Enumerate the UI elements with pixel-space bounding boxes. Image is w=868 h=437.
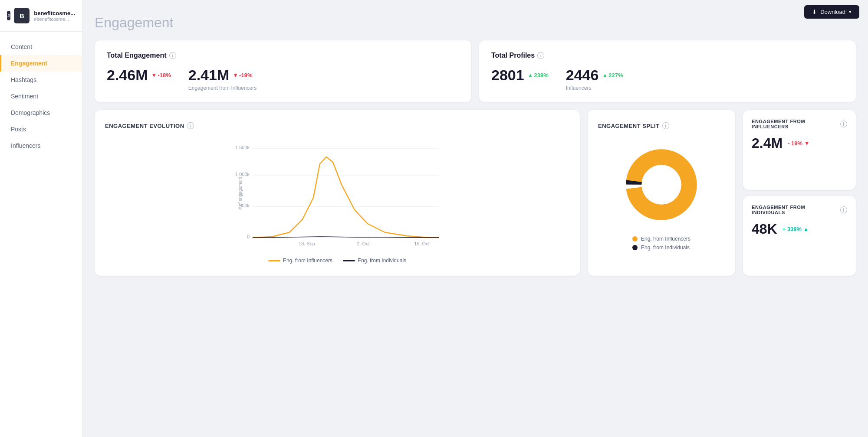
evolution-legend: Eng. from Influencers Eng. from Individu…: [105, 258, 569, 264]
sidebar-item-posts[interactable]: Posts: [0, 121, 82, 137]
brand-info: benefitcosme... #benefitcosme...: [34, 10, 75, 22]
sidebar-item-engagement[interactable]: Engagement: [0, 55, 82, 72]
side-individuals-info-icon[interactable]: i: [840, 206, 847, 213]
svg-text:# of engagement: # of engagement: [238, 177, 243, 210]
total-profiles-card: Total Profiles i 2801 ▲ 239% 2446: [479, 40, 856, 102]
sidebar: # B benefitcosme... #benefitcosme... Con…: [0, 0, 82, 437]
profiles-value-1: 2801 ▲ 239%: [491, 67, 549, 83]
avatar: B: [14, 8, 30, 23]
evolution-info-icon[interactable]: i: [187, 122, 194, 129]
svg-text:18. Sep: 18. Sep: [299, 241, 315, 246]
donut-chart-container: Eng. from Influencers Eng. from Individu…: [598, 137, 725, 255]
svg-text:1 000k: 1 000k: [235, 172, 250, 177]
sidebar-header: # B benefitcosme... #benefitcosme...: [0, 0, 82, 32]
engagement-split-card: ENGAGEMENT SPLIT i Eng. from Influence: [588, 110, 735, 276]
svg-text:1 500k: 1 500k: [235, 145, 250, 150]
side-card-individuals-title: ENGAGEMENT FROM INDIVIDUALS i: [752, 205, 847, 215]
profiles-big-1: 2801 ▲ 239%: [491, 67, 549, 83]
engagement-change-1: ▼ -18%: [151, 72, 171, 78]
total-engagement-title: Total Engagement i: [107, 52, 459, 59]
engagement-value-1: 2.46M ▼ -18%: [107, 67, 171, 83]
total-engagement-card: Total Engagement i 2.46M ▼ -18% 2.41M: [95, 40, 471, 102]
metric-cards-row: Total Engagement i 2.46M ▼ -18% 2.41M: [95, 40, 856, 102]
total-profiles-info-icon[interactable]: i: [537, 52, 544, 59]
engagement-evolution-card: ENGAGEMENT EVOLUTION i 1 500k 1 000k 500…: [95, 110, 580, 276]
main-content: ⬇ Download ▾ Engagement Total Engagement…: [82, 0, 868, 437]
engagement-big-2: 2.41M ▼ -19%: [188, 67, 256, 83]
engagement-evolution-title: ENGAGEMENT EVOLUTION i: [105, 122, 569, 129]
engagement-change-2: ▼ -19%: [233, 72, 252, 78]
side-influencers-info-icon[interactable]: i: [840, 121, 847, 127]
side-card-influencers-title: ENGAGEMENT FROM INFLUENCERS i: [752, 119, 847, 129]
profiles-value-2: 2446 ▲ 227% Influencers: [566, 67, 623, 91]
sidebar-item-demographics[interactable]: Demographics: [0, 104, 82, 121]
total-profiles-values: 2801 ▲ 239% 2446 ▲ 227% Influencers: [491, 67, 844, 91]
profiles-big-2: 2446 ▲ 227%: [566, 67, 623, 83]
engagement-sub-2: Engagement from Influencers: [188, 85, 256, 91]
sidebar-item-content[interactable]: Content: [0, 39, 82, 55]
legend-influencers: Eng. from Influencers: [268, 258, 332, 264]
profiles-sub-2: Influencers: [566, 85, 623, 91]
engagement-evolution-chart: 1 500k 1 000k 500k 0 # of engagement: [105, 137, 569, 264]
profiles-change-1: ▲ 239%: [528, 72, 549, 78]
svg-text:0: 0: [247, 234, 250, 239]
top-bar: ⬇ Download ▾: [796, 0, 868, 24]
total-engagement-info-icon[interactable]: i: [169, 52, 176, 59]
brand-name: benefitcosme...: [34, 10, 75, 16]
download-label: Download: [820, 9, 845, 15]
engagement-big-1: 2.46M ▼ -18%: [107, 67, 171, 83]
side-card-individuals-value: 48K + 338% ▲: [752, 221, 847, 237]
charts-row: ENGAGEMENT EVOLUTION i 1 500k 1 000k 500…: [95, 110, 856, 276]
side-individuals-change: + 338% ▲: [783, 226, 809, 232]
download-icon: ⬇: [812, 9, 817, 15]
engagement-split-title: ENGAGEMENT SPLIT i: [598, 122, 725, 129]
side-card-influencers-value: 2.4M - 19% ▼: [752, 135, 847, 151]
legend-influencers-dot: [268, 260, 280, 261]
svg-text:2. Oct: 2. Oct: [357, 241, 369, 246]
legend-individuals: Eng. from Individuals: [343, 258, 406, 264]
page-title: Engagement: [95, 15, 856, 31]
donut-legend-influencers: Eng. from Influencers: [632, 236, 690, 242]
sidebar-item-influencers[interactable]: Influencers: [0, 137, 82, 154]
total-profiles-title: Total Profiles i: [491, 52, 844, 59]
side-influencers-change: - 19% ▼: [788, 140, 809, 147]
download-button[interactable]: ⬇ Download ▾: [804, 5, 859, 19]
side-card-individuals: ENGAGEMENT FROM INDIVIDUALS i 48K + 338%…: [743, 196, 856, 276]
donut-individuals-dot: [632, 245, 638, 250]
profiles-change-2: ▲ 227%: [602, 72, 623, 78]
legend-individuals-dot: [343, 260, 355, 261]
donut-legend: Eng. from Influencers Eng. from Individu…: [632, 236, 690, 251]
side-card-influencers: ENGAGEMENT FROM INFLUENCERS i 2.4M - 19%…: [743, 110, 856, 190]
svg-text:16. Oct: 16. Oct: [414, 241, 429, 246]
sidebar-item-hashtags[interactable]: Hashtags: [0, 72, 82, 88]
side-cards: ENGAGEMENT FROM INFLUENCERS i 2.4M - 19%…: [743, 110, 856, 276]
engagement-value-2: 2.41M ▼ -19% Engagement from Influencers: [188, 67, 256, 91]
svg-point-14: [642, 165, 681, 205]
donut-chart: [618, 141, 705, 228]
hashtag-icon: #: [7, 11, 10, 20]
donut-legend-individuals: Eng. from Individuals: [632, 245, 690, 251]
donut-influencers-dot: [632, 236, 638, 241]
total-engagement-values: 2.46M ▼ -18% 2.41M ▼ -19% Engagement fro…: [107, 67, 459, 91]
split-info-icon[interactable]: i: [662, 122, 669, 129]
dropdown-arrow-icon: ▾: [849, 9, 852, 15]
brand-handle: #benefitcosme...: [34, 16, 75, 22]
sidebar-item-sentiment[interactable]: Sentiment: [0, 88, 82, 104]
sidebar-nav: ContentEngagementHashtagsSentimentDemogr…: [0, 32, 82, 437]
